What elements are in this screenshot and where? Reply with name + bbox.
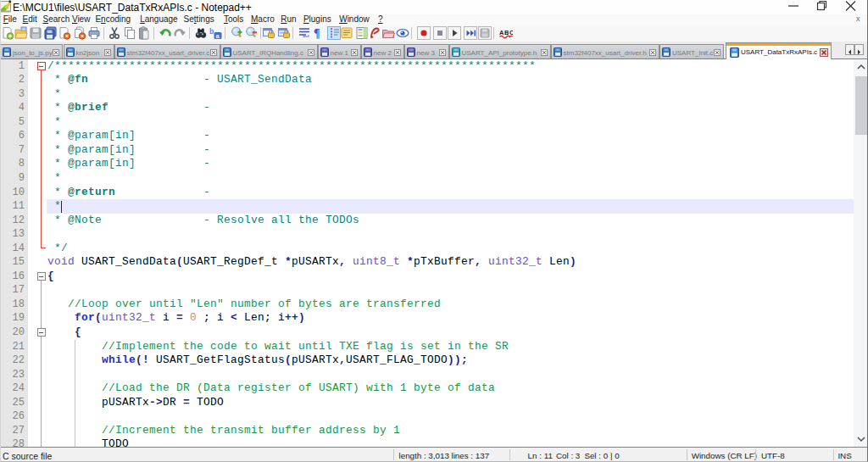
svg-text:ABC: ABC [499,29,513,36]
svg-text:b: b [209,27,214,36]
svg-text:¶: ¶ [314,27,320,40]
